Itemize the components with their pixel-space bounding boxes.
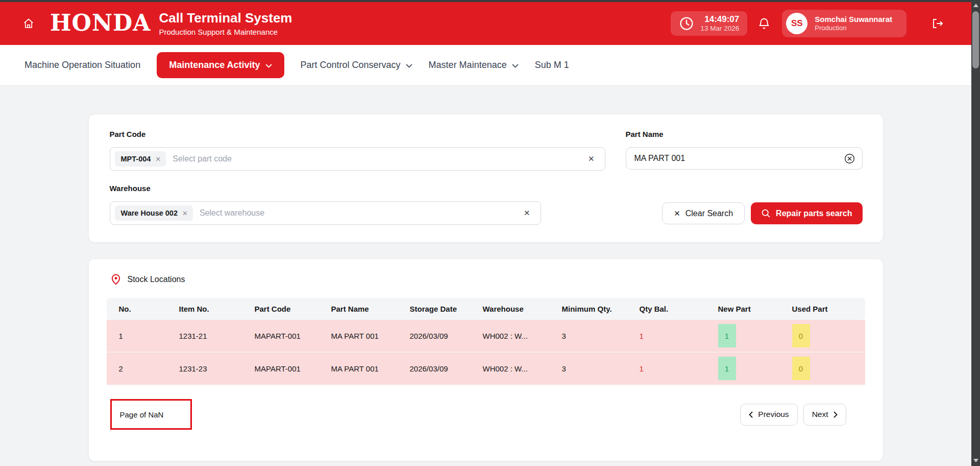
pager-buttons: Previous Next — [740, 404, 846, 426]
user-name: Somchai Suwannarat — [815, 15, 892, 25]
scroll-down-icon — [973, 459, 978, 462]
location-pin-icon — [111, 273, 121, 285]
repair-parts-search-button[interactable]: Repair parts search — [751, 202, 862, 224]
home-icon — [22, 17, 35, 30]
warehouse-field: Warehouse Ware House 002 ✕ ✕ — [110, 184, 541, 225]
cell-minimum-qty: 3 — [562, 332, 640, 340]
window-top-edge — [0, 0, 980, 2]
nav-sub-m-1[interactable]: Sub M 1 — [535, 60, 569, 71]
cell-qty-bal: 1 — [640, 332, 718, 340]
user-menu[interactable]: SS Somchai Suwannarat Production — [782, 10, 906, 37]
search-actions: ✕ Clear Search Repair parts search — [626, 202, 863, 224]
cell-part-code: MAPART-001 — [255, 332, 331, 340]
table-header: No. Item No. Part Code Part Name Storage… — [107, 298, 865, 320]
avatar: SS — [786, 13, 807, 34]
home-button[interactable] — [22, 17, 35, 30]
chevron-down-icon — [265, 64, 272, 68]
previous-page-button[interactable]: Previous — [740, 404, 797, 426]
new-part-badge: 1 — [718, 324, 736, 347]
clear-part-name-icon[interactable] — [844, 153, 855, 164]
col-item-no: Item No. — [179, 305, 255, 313]
cell-part-name: MA PART 001 — [331, 332, 410, 340]
cell-part-code: MAPART-001 — [255, 364, 331, 373]
stock-locations-title: Stock Locations — [128, 275, 185, 284]
page-subtitle: Production Support & Maintenance — [159, 28, 292, 36]
previous-label: Previous — [758, 410, 789, 419]
chevron-down-icon — [406, 64, 412, 68]
col-minimum-qty: Minimum Qty. — [562, 305, 640, 313]
nav-part-control-conservacy[interactable]: Part Control Conservacy — [301, 60, 412, 71]
nav-label: Part Control Conservacy — [301, 60, 401, 71]
vertical-scrollbar[interactable] — [971, 0, 980, 466]
cell-no: 2 — [107, 364, 179, 373]
part-code-multiselect[interactable]: MPT-004 ✕ ✕ — [110, 147, 605, 171]
warehouse-label: Warehouse — [110, 184, 541, 193]
bell-icon — [757, 17, 771, 31]
col-storage-date: Storage Date — [410, 305, 483, 313]
search-panel: Part Code MPT-004 ✕ ✕ Part Name — [88, 114, 884, 243]
nav-machine-operation-situation[interactable]: Machine Operation Situation — [24, 60, 140, 71]
scroll-down-button[interactable] — [971, 456, 980, 465]
cell-part-name: MA PART 001 — [331, 364, 410, 373]
next-label: Next — [812, 410, 828, 419]
app-header: HONDA Call Terminal System Production Su… — [0, 2, 971, 45]
stock-locations-panel: Stock Locations No. Item No. Part Code P… — [88, 259, 884, 461]
main-nav: Machine Operation Situation Maintenance … — [0, 45, 971, 86]
col-no: No. — [107, 305, 179, 313]
notifications-button[interactable] — [757, 17, 771, 31]
warehouse-input[interactable] — [200, 208, 522, 218]
nav-maintenance-activity[interactable]: Maintenance Activity — [157, 52, 284, 78]
clear-part-code-icon[interactable]: ✕ — [586, 152, 597, 166]
cell-item-no: 1231-21 — [179, 332, 255, 340]
page-indicator: Page of NaN — [110, 399, 192, 430]
table-row: 2 1231-23 MAPART-001 MA PART 001 2026/03… — [107, 353, 865, 385]
nav-label: Machine Operation Situation — [24, 60, 140, 71]
part-code-input[interactable] — [173, 154, 586, 164]
part-code-label: Part Code — [110, 130, 605, 138]
scroll-up-button[interactable] — [971, 1, 980, 10]
user-role: Production — [815, 24, 892, 32]
nav-label: Sub M 1 — [535, 60, 569, 71]
remove-tag-icon[interactable]: ✕ — [155, 155, 161, 163]
col-warehouse: Warehouse — [483, 305, 562, 313]
clock-icon — [679, 16, 694, 31]
cell-warehouse: WH002 : W... — [483, 332, 562, 340]
part-name-input-wrap — [626, 147, 863, 170]
used-part-badge: 0 — [792, 357, 810, 380]
pagination: Page of NaN Previous Next — [107, 399, 865, 430]
cell-used-part: 0 — [792, 324, 870, 347]
header-right: 14:49:07 13 Mar 2026 SS Somchai Suwannar… — [671, 10, 944, 37]
col-part-name: Part Name — [331, 305, 410, 313]
clock-text: 14:49:07 13 Mar 2026 — [700, 14, 739, 33]
chevron-right-icon — [834, 411, 838, 418]
app-title-block: Call Terminal System Production Support … — [159, 11, 292, 37]
part-name-field: Part Name — [626, 130, 863, 171]
cell-item-no: 1231-23 — [179, 364, 255, 373]
cell-used-part: 0 — [792, 357, 870, 380]
scrollbar-thumb[interactable] — [972, 11, 979, 68]
warehouse-multiselect[interactable]: Ware House 002 ✕ ✕ — [110, 201, 541, 225]
clear-warehouse-icon[interactable]: ✕ — [522, 206, 532, 220]
col-used-part: Used Part — [792, 305, 870, 313]
clear-search-label: Clear Search — [685, 209, 733, 218]
tag-label: MPT-004 — [121, 155, 151, 163]
next-page-button[interactable]: Next — [803, 404, 846, 426]
stock-locations-header: Stock Locations — [107, 273, 865, 285]
part-name-label: Part Name — [626, 130, 863, 138]
used-part-badge: 0 — [792, 324, 810, 347]
tag-label: Ware House 002 — [121, 209, 178, 217]
search-icon — [761, 208, 771, 218]
nav-label: Master Maintenace — [429, 60, 507, 71]
honda-logo: HONDA — [50, 12, 151, 35]
app-viewport: HONDA Call Terminal System Production Su… — [0, 2, 971, 466]
warehouse-tag: Ware House 002 ✕ — [115, 205, 193, 221]
clear-search-button[interactable]: ✕ Clear Search — [662, 202, 745, 224]
part-name-input[interactable] — [634, 154, 844, 163]
nav-master-maintenance[interactable]: Master Maintenace — [429, 60, 519, 71]
cell-new-part: 1 — [718, 357, 792, 380]
cell-new-part: 1 — [718, 324, 792, 347]
new-part-badge: 1 — [718, 357, 736, 380]
logout-button[interactable] — [931, 17, 944, 30]
remove-tag-icon[interactable]: ✕ — [182, 209, 188, 217]
user-info: Somchai Suwannarat Production — [815, 15, 892, 33]
